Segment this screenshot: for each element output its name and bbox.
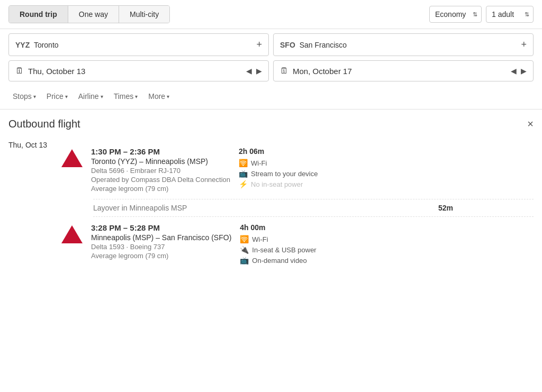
origin-text: YYZ Toronto (15, 41, 59, 49)
depart-calendar-icon: 🗓 (15, 66, 24, 76)
layover-row: Layover in Minneapolis MSP 52m (93, 199, 534, 217)
more-filter-button[interactable]: More ▾ (144, 90, 174, 103)
layover-text: Layover in Minneapolis MSP (93, 204, 438, 212)
power-icon-1: ⚡ (239, 180, 248, 188)
flight-amenities-2: 4h 00m 🛜 Wi-Fi 🔌 In-seat & USB power 📺 O… (240, 223, 335, 267)
amenity-power-1: ⚡ No in-seat power (239, 180, 334, 188)
origin-add-button[interactable]: + (256, 39, 262, 50)
amenity-label-power-1: No in-seat power (251, 180, 303, 188)
delta-logo-1 (61, 147, 83, 193)
delta-triangle-icon-1 (61, 149, 83, 167)
amenity-power-2: 🔌 In-seat & USB power (240, 245, 335, 254)
return-prev-button[interactable]: ◀ (511, 67, 517, 75)
destination-city: San Francisco (300, 41, 347, 49)
flight-operated-1: Operated by Compass DBA Delta Connection (91, 176, 230, 184)
flight-date-label: Thu, Oct 13 (8, 139, 47, 149)
search-row: YYZ Toronto + SFO San Francisco + (0, 29, 542, 60)
price-filter-label: Price (47, 92, 64, 101)
wifi-icon-2: 🛜 (240, 235, 249, 243)
flight-date-col-2 (8, 217, 61, 273)
times-chevron-icon: ▾ (135, 94, 138, 99)
amenity-label-wifi-1: Wi-Fi (251, 159, 267, 167)
amenity-wifi-1: 🛜 Wi-Fi (239, 159, 334, 167)
flight-legroom-1: Average legroom (79 cm) (91, 185, 230, 193)
delta-logo-2 (61, 223, 83, 267)
section-title: Outbound flight (8, 118, 80, 130)
layover-duration: 52m (438, 204, 534, 212)
flight-amenities-1: 2h 06m 🛜 Wi-Fi 📺 Stream to your device ⚡… (239, 147, 334, 193)
wifi-icon-1: 🛜 (239, 159, 248, 167)
times-filter-button[interactable]: Times ▾ (110, 90, 142, 103)
airline-filter-label: Airline (78, 92, 99, 101)
flight-route-2: Minneapolis (MSP) – San Francisco (SFO) (91, 233, 231, 242)
flight-details-1: 1:30 PM – 2:36 PM Toronto (YYZ) – Minnea… (91, 147, 230, 193)
amenity-label-wifi-2: Wi-Fi (252, 235, 268, 243)
flight-segment-1: 1:30 PM – 2:36 PM Toronto (YYZ) – Minnea… (61, 141, 334, 199)
stops-chevron-icon: ▾ (33, 94, 36, 99)
flight-segment-2-wrapper: 3:28 PM – 5:28 PM Minneapolis (MSP) – Sa… (8, 217, 534, 273)
price-filter-button[interactable]: Price ▾ (42, 90, 72, 103)
passengers-wrapper: 1 adult 2 adults 3 adults (486, 6, 534, 23)
depart-date-field[interactable]: 🗓 Thu, October 13 ◀ ▶ (8, 60, 269, 81)
destination-add-button[interactable]: + (521, 39, 527, 50)
amenity-wifi-2: 🛜 Wi-Fi (240, 235, 335, 243)
flight-duration-2: 4h 00m (240, 223, 335, 232)
flight-time-1: 1:30 PM – 2:36 PM (91, 147, 230, 156)
flight-segment-1-wrapper: Thu, Oct 13 1:30 PM – 2:36 PM Toronto (Y… (8, 141, 534, 199)
depart-next-button[interactable]: ▶ (256, 67, 262, 75)
amenity-video-2: 📺 On-demand video (240, 256, 335, 265)
flight-duration-1: 2h 06m (239, 147, 334, 156)
stops-filter-label: Stops (13, 92, 32, 101)
airline-filter-button[interactable]: Airline ▾ (74, 90, 107, 103)
section-header: Outbound flight × (8, 118, 534, 130)
depart-date-nav: ◀ ▶ (246, 67, 262, 75)
amenity-stream-1: 📺 Stream to your device (239, 169, 334, 178)
flight-info-2: Delta 1593 · Boeing 737 (91, 243, 231, 251)
main-content: Outbound flight × Thu, Oct 13 1:30 PM – … (0, 110, 542, 281)
more-filter-label: More (148, 92, 165, 101)
origin-field[interactable]: YYZ Toronto + (8, 33, 269, 56)
tv-icon-2: 📺 (240, 256, 249, 265)
trip-type-group: Round trip One way Multi-city (8, 5, 170, 23)
amenity-label-video-2: On-demand video (252, 257, 306, 265)
return-calendar-icon: 🗓 (280, 66, 288, 76)
price-chevron-icon: ▾ (65, 94, 68, 99)
amenity-label-stream-1: Stream to your device (251, 170, 318, 178)
times-filter-label: Times (114, 92, 134, 101)
flight-date-col: Thu, Oct 13 (8, 141, 61, 199)
destination-field[interactable]: SFO San Francisco + (273, 33, 534, 56)
passenger-options: Economy Business First 1 adult 2 adults … (429, 6, 534, 23)
depart-date-label: Thu, October 13 (28, 67, 242, 76)
cabin-class-select[interactable]: Economy Business First (429, 6, 482, 23)
one-way-button[interactable]: One way (68, 6, 119, 23)
top-bar: Round trip One way Multi-city Economy Bu… (0, 0, 542, 29)
flight-time-2: 3:28 PM – 5:28 PM (91, 223, 231, 232)
more-chevron-icon: ▾ (167, 94, 169, 99)
multi-city-button[interactable]: Multi-city (119, 6, 169, 23)
return-next-button[interactable]: ▶ (521, 67, 527, 75)
delta-triangle-icon-2 (61, 225, 83, 243)
airline-chevron-icon: ▾ (101, 94, 103, 99)
passengers-select[interactable]: 1 adult 2 adults 3 adults (486, 6, 534, 23)
flight-segment-2: 3:28 PM – 5:28 PM Minneapolis (MSP) – Sa… (61, 217, 335, 273)
origin-city: Toronto (34, 41, 59, 49)
return-date-field[interactable]: 🗓 Mon, October 17 ◀ ▶ (273, 60, 534, 81)
destination-code: SFO (280, 41, 295, 49)
flight-info-1: Delta 5696 · Embraer RJ-170 (91, 167, 230, 175)
amenity-label-power-2: In-seat & USB power (252, 246, 316, 254)
return-date-nav: ◀ ▶ (511, 67, 527, 75)
depart-prev-button[interactable]: ◀ (246, 67, 252, 75)
return-date-label: Mon, October 17 (293, 67, 507, 76)
cabin-class-wrapper: Economy Business First (429, 6, 482, 23)
close-button[interactable]: × (527, 118, 534, 130)
round-trip-button[interactable]: Round trip (9, 6, 68, 23)
destination-text: SFO San Francisco (280, 41, 347, 49)
flight-route-1: Toronto (YYZ) – Minneapolis (MSP) (91, 157, 230, 166)
date-row: 🗓 Thu, October 13 ◀ ▶ 🗓 Mon, October 17 … (0, 60, 542, 86)
stops-filter-button[interactable]: Stops ▾ (8, 90, 40, 103)
filter-row: Stops ▾ Price ▾ Airline ▾ Times ▾ More ▾ (0, 86, 542, 110)
flight-details-2: 3:28 PM – 5:28 PM Minneapolis (MSP) – Sa… (91, 223, 231, 267)
flight-legroom-2: Average legroom (79 cm) (91, 252, 231, 260)
tv-icon-1: 📺 (239, 169, 248, 178)
power-usb-icon-2: 🔌 (240, 245, 249, 254)
